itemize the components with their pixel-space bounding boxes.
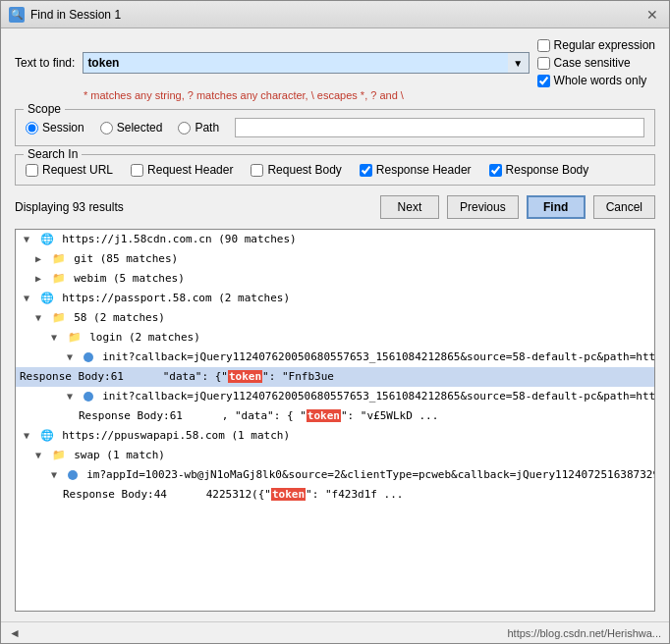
tree-item-text: https://j1.58cdn.com.cn (90 matches)	[62, 233, 296, 245]
request-header-checkbox[interactable]	[131, 164, 143, 177]
scope-path-label: Path	[195, 121, 219, 134]
tree-item[interactable]: ▼ init?callback=jQuery112407620050680557…	[16, 348, 654, 367]
whole-words-checkbox[interactable]	[537, 75, 550, 87]
regex-checkbox[interactable]	[537, 39, 550, 52]
globe-icon: 🌐	[40, 429, 54, 442]
regex-label: Regular expression	[554, 38, 655, 52]
tree-item-response-highlighted[interactable]: Response Body:61 "data": {"token": "Fnfb…	[16, 367, 654, 387]
find-in-session-window: 🔍 Find in Session 1 ✕ Text to find: ▼ Re…	[0, 0, 670, 644]
tree-item-text: im?appId=10023-wb@jN1oMaGj8lk0&source=2&…	[86, 468, 655, 481]
tree-item-text: swap (1 match)	[74, 449, 165, 461]
tree-item[interactable]: ▼ im?appId=10023-wb@jN1oMaGj8lk0&source=…	[16, 465, 654, 485]
scope-section: Scope Session Selected Path	[15, 109, 655, 146]
whole-words-option: Whole words only	[537, 74, 655, 87]
search-in-section: Search In Request URL Request Header Req…	[15, 154, 655, 186]
bottom-url: https://blog.csdn.net/Herishwa...	[507, 627, 661, 639]
response-body-label: Response Body	[506, 163, 589, 177]
window-icon: 🔍	[9, 7, 25, 23]
results-bar: Displaying 93 results Next Previous Find…	[15, 195, 655, 219]
next-button[interactable]: Next	[380, 195, 439, 219]
response-body-checkbox[interactable]	[489, 164, 502, 177]
scope-selected: Selected	[100, 121, 163, 134]
tree-item[interactable]: ▼ 🌐 https://j1.58cdn.com.cn (90 matches)	[16, 230, 654, 249]
tree-item-response[interactable]: Response Body:44 4225312({"token": "f423…	[16, 485, 654, 505]
response-suffix: ": "v£5WLkD ...	[341, 409, 438, 422]
search-in-request-header: Request Header	[131, 163, 233, 177]
path-input[interactable]	[235, 118, 644, 137]
title-bar-left: 🔍 Find in Session 1	[9, 7, 121, 23]
folder-icon: 📁	[52, 252, 66, 265]
case-sensitive-label: Case sensitive	[554, 56, 631, 70]
response-label: Response Body:61 "data": {"	[20, 370, 228, 383]
expand-icon: ▼	[31, 447, 45, 464]
blue-dot-icon	[68, 470, 78, 480]
tree-item[interactable]: ▼ 🌐 https://ppuswapapi.58.com (1 match)	[16, 426, 654, 446]
case-sensitive-checkbox[interactable]	[537, 57, 550, 70]
response-header-checkbox[interactable]	[360, 164, 372, 177]
scope-session: Session	[26, 121, 84, 134]
tree-item[interactable]: ▼ 📁 58 (2 matches)	[16, 308, 654, 328]
globe-icon: 🌐	[40, 233, 54, 245]
window-title: Find in Session 1	[30, 8, 121, 22]
results-summary: Displaying 93 results	[15, 200, 372, 214]
scope-selected-radio[interactable]	[100, 122, 113, 134]
tree-item-text: git (85 matches)	[74, 252, 178, 265]
tree-item-text: init?callback=jQuery11240762005068055765…	[102, 350, 655, 363]
expand-icon: ▼	[63, 349, 77, 366]
search-in-row: Request URL Request Header Request Body …	[26, 163, 644, 177]
expand-icon: ▼	[47, 329, 61, 347]
close-button[interactable]: ✕	[643, 6, 661, 24]
cancel-button[interactable]: Cancel	[593, 195, 655, 219]
scope-legend: Scope	[24, 102, 65, 116]
expand-icon: ▼	[47, 466, 61, 484]
tree-item[interactable]: ▼ 🌐 https://passport.58.com (2 matches)	[16, 289, 654, 308]
request-body-label: Request Body	[267, 163, 341, 177]
search-row: Text to find: ▼ Regular expression Case …	[15, 38, 655, 87]
expand-icon: ▼	[20, 427, 33, 445]
search-label: Text to find:	[15, 56, 75, 70]
folder-icon: 📁	[52, 311, 66, 324]
expand-icon: ▶	[31, 250, 45, 268]
tree-item-response[interactable]: Response Body:61 , "data": { "token": "v…	[16, 406, 654, 426]
scroll-left-icon[interactable]: ◄	[9, 626, 21, 640]
response-suffix: ": "Fnfb3ue	[262, 370, 334, 383]
search-in-request-url: Request URL	[26, 163, 113, 177]
whole-words-label: Whole words only	[554, 74, 647, 87]
results-panel[interactable]: ▼ 🌐 https://j1.58cdn.com.cn (90 matches)…	[15, 229, 655, 612]
tree-item-text: webim (5 matches)	[74, 272, 185, 285]
tree-item-text: init?callback=jQuery11240762005068055765…	[102, 390, 655, 402]
globe-icon: 🌐	[40, 292, 54, 304]
tree-item[interactable]: ▶ 📁 git (85 matches)	[16, 249, 654, 269]
token-highlight: token	[228, 370, 262, 383]
tree-item-text: 58 (2 matches)	[74, 311, 165, 324]
bottom-bar: ◄ https://blog.csdn.net/Herishwa...	[1, 621, 669, 643]
regex-option: Regular expression	[537, 38, 655, 52]
request-body-checkbox[interactable]	[251, 164, 263, 177]
search-hint: * matches any string, ? matches any char…	[84, 89, 655, 101]
folder-icon: 📁	[68, 331, 82, 344]
scope-path-radio[interactable]	[178, 122, 191, 134]
tree-item[interactable]: ▼ 📁 login (2 matches)	[16, 328, 654, 348]
previous-button[interactable]: Previous	[447, 195, 519, 219]
request-url-label: Request URL	[42, 163, 113, 177]
find-button[interactable]: Find	[527, 195, 586, 219]
tree-item[interactable]: ▶ 📁 webim (5 matches)	[16, 269, 654, 289]
search-in-response-body: Response Body	[489, 163, 589, 177]
expand-icon: ▼	[20, 231, 33, 248]
search-input[interactable]	[83, 52, 507, 74]
request-header-label: Request Header	[147, 163, 233, 177]
dropdown-button[interactable]: ▼	[508, 52, 530, 74]
tree-item-text: https://passport.58.com (2 matches)	[62, 292, 290, 304]
scope-row: Session Selected Path	[26, 118, 644, 137]
tree-item-text: login (2 matches)	[89, 331, 200, 344]
expand-icon: ▼	[63, 388, 77, 405]
tree-item[interactable]: ▼ init?callback=jQuery112407620050680557…	[16, 387, 654, 406]
scope-selected-label: Selected	[117, 121, 163, 134]
options-checkboxes: Regular expression Case sensitive Whole …	[537, 38, 655, 87]
scope-path: Path	[178, 121, 219, 134]
title-bar: 🔍 Find in Session 1 ✕	[1, 1, 669, 28]
scope-session-radio[interactable]	[26, 122, 38, 134]
tree-item[interactable]: ▼ 📁 swap (1 match)	[16, 446, 654, 465]
request-url-checkbox[interactable]	[26, 164, 38, 177]
tree-item-text: https://ppuswapapi.58.com (1 match)	[62, 429, 290, 442]
